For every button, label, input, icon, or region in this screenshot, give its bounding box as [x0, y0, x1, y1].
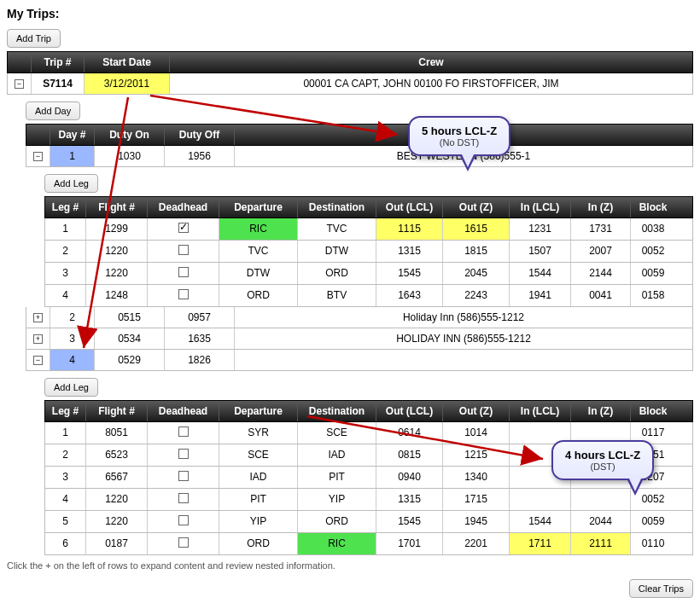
leg-row: 41220PITYIP131517150052: [44, 489, 693, 511]
in-lcl: [510, 489, 571, 510]
expand-day-toggle[interactable]: +: [26, 328, 50, 349]
departure: IAD: [219, 467, 298, 488]
page-title: My Trips:: [7, 7, 693, 20]
expand-day-toggle[interactable]: +: [26, 307, 50, 328]
callout-5h: 5 hours LCL-Z (No DST): [408, 116, 510, 156]
col-in-z: In (Z): [571, 197, 631, 218]
col-out-lcl: Out (LCL): [376, 401, 443, 421]
day-number[interactable]: 2: [50, 307, 95, 328]
block: 0038: [631, 218, 675, 240]
destination: RIC: [298, 533, 376, 554]
out-z: 1945: [443, 511, 510, 532]
callout-sub: (DST): [565, 461, 640, 472]
leg-number: 4: [45, 489, 86, 510]
day-header-row: Day # Duty On Duty Off: [26, 124, 693, 146]
deadhead-cell[interactable]: [148, 533, 219, 554]
checkbox-icon: [178, 267, 189, 277]
departure: PIT: [219, 489, 298, 510]
duty-on: 1030: [95, 146, 165, 166]
out-lcl: 1315: [376, 489, 443, 510]
expand-day-toggle[interactable]: −: [26, 350, 50, 370]
flight-number: 0187: [86, 533, 148, 554]
deadhead-cell[interactable]: [148, 511, 219, 532]
destination: ORD: [298, 511, 376, 532]
deadhead-cell[interactable]: [148, 467, 219, 488]
footer-hint: Click the + on the left of rows to expan…: [7, 560, 693, 571]
deadhead-cell[interactable]: [148, 263, 219, 284]
departure: DTW: [219, 263, 298, 284]
departure: ORD: [219, 285, 298, 306]
flight-number: 1299: [86, 218, 148, 240]
deadhead-cell[interactable]: [148, 218, 219, 240]
checkbox-icon: [178, 493, 189, 503]
deadhead-cell[interactable]: [148, 422, 219, 444]
block: 0059: [631, 263, 675, 284]
col-in-lcl: In (LCL): [510, 197, 571, 218]
plus-icon: +: [33, 334, 43, 344]
in-z: 0041: [571, 285, 631, 306]
trip-start-date: 3/12/2011: [85, 73, 170, 94]
day-row: − 4 0529 1826: [26, 350, 693, 371]
day-number[interactable]: 1: [50, 146, 95, 166]
day-number[interactable]: 3: [50, 328, 95, 349]
expand-day-toggle[interactable]: −: [26, 146, 50, 166]
callout-title: 4 hours LCL-Z: [565, 449, 640, 461]
callout-title: 5 hours LCL-Z: [422, 125, 497, 137]
col-in-lcl: In (LCL): [510, 401, 571, 421]
leg-number: 3: [45, 467, 86, 488]
destination: SCE: [298, 422, 376, 444]
out-lcl: 0940: [376, 467, 443, 488]
checkbox-icon: [178, 471, 189, 481]
col-deadhead: Deadhead: [148, 197, 219, 218]
leg-row: 31220DTWORD15452045154421440059: [44, 263, 693, 285]
destination: BTV: [298, 285, 376, 306]
col-duty-off: Duty Off: [165, 125, 235, 145]
speech-tail-icon: [459, 154, 476, 171]
leg-row: 51220YIPORD15451945154420440059: [44, 511, 693, 533]
expand-trip-toggle[interactable]: −: [8, 73, 32, 94]
add-leg-button[interactable]: Add Leg: [44, 174, 98, 193]
col-departure: Departure: [219, 197, 298, 218]
add-leg-button[interactable]: Add Leg: [44, 378, 98, 397]
checkbox-icon: [178, 537, 189, 548]
leg-header-row: Leg # Flight # Deadhead Departure Destin…: [44, 400, 693, 422]
flight-number: 1220: [86, 489, 148, 510]
col-leg: Leg #: [45, 197, 86, 218]
hotel: HOLIDAY INN (586)555-1212: [235, 328, 692, 349]
col-out-z: Out (Z): [443, 197, 510, 218]
duty-off: 1956: [165, 146, 235, 166]
block: 0110: [631, 533, 675, 554]
out-lcl: 0815: [376, 444, 443, 466]
out-z: 1615: [443, 218, 510, 240]
leg-row: 11299RICTVC11151615123117310038: [44, 218, 693, 241]
deadhead-cell[interactable]: [148, 444, 219, 466]
clear-trips-button[interactable]: Clear Trips: [629, 579, 693, 598]
leg-number: 1: [45, 422, 86, 444]
out-z: 2201: [443, 533, 510, 554]
add-day-button[interactable]: Add Day: [26, 102, 80, 120]
leg-header-row: Leg # Flight # Deadhead Departure Destin…: [44, 196, 693, 218]
deadhead-cell[interactable]: [148, 241, 219, 262]
expand-header: [26, 125, 50, 145]
deadhead-cell[interactable]: [148, 285, 219, 306]
departure: RIC: [219, 218, 298, 240]
out-z: 1215: [443, 444, 510, 466]
add-trip-button[interactable]: Add Trip: [7, 29, 61, 48]
col-in-z: In (Z): [571, 401, 631, 421]
callout-sub: (No DST): [422, 137, 497, 148]
trip-number: S7114: [32, 73, 85, 94]
block: 0059: [631, 511, 675, 532]
day-row: +205150957Holiday Inn (586)555-1212: [26, 307, 693, 328]
block: 0158: [631, 285, 675, 306]
flight-number: 8051: [86, 422, 148, 444]
speech-tail-icon: [627, 479, 644, 496]
in-lcl: 1941: [510, 285, 571, 306]
day-number[interactable]: 4: [50, 350, 95, 370]
out-lcl: 1315: [376, 241, 443, 262]
plus-icon: +: [33, 313, 43, 322]
destination: DTW: [298, 241, 376, 262]
destination: TVC: [298, 218, 376, 240]
deadhead-cell[interactable]: [148, 489, 219, 510]
col-trip: Trip #: [32, 52, 85, 73]
out-lcl: 1701: [376, 533, 443, 554]
